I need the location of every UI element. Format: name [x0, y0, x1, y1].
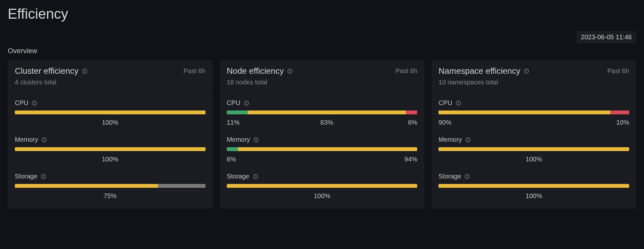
- card-period: Past 6h: [396, 66, 418, 75]
- info-icon[interactable]: [41, 174, 46, 179]
- card-header: Node efficiency 18 nodes total Past 6h: [220, 60, 425, 91]
- progress-bar: [15, 110, 206, 114]
- segment-yellow: [438, 110, 610, 114]
- segment-yellow: [438, 147, 629, 151]
- progress-labels: 100%: [438, 192, 629, 200]
- metric-label-text: Storage: [15, 173, 37, 180]
- metric-label: CPU: [438, 99, 629, 107]
- page-title: Efficiency: [8, 6, 636, 22]
- metric-label: Memory: [438, 136, 629, 143]
- segment-label: 100%: [227, 192, 418, 200]
- svg-point-7: [44, 139, 44, 139]
- segment-green: [227, 147, 238, 151]
- metric-label-text: CPU: [227, 99, 240, 107]
- segment-label: 100%: [15, 119, 206, 126]
- info-icon[interactable]: [32, 100, 37, 106]
- segment-label: 6%: [406, 119, 418, 126]
- progress-labels: 100%: [438, 155, 629, 163]
- svg-point-13: [290, 70, 290, 70]
- segment-gray: [158, 184, 206, 188]
- progress-bar: [438, 184, 629, 188]
- cards-container: Cluster efficiency 4 clusters total Past…: [8, 60, 636, 209]
- info-icon[interactable]: [465, 137, 471, 143]
- progress-labels: 75%: [15, 192, 206, 200]
- segment-yellow: [227, 184, 418, 188]
- card-cluster-efficiency: Cluster efficiency 4 clusters total Past…: [8, 60, 213, 209]
- segment-yellow: [15, 110, 206, 114]
- info-icon[interactable]: [253, 174, 258, 179]
- segment-label: 100%: [438, 156, 629, 163]
- card-period: Past 6h: [184, 66, 206, 75]
- segment-label: 100%: [438, 192, 629, 200]
- info-icon[interactable]: [524, 68, 529, 74]
- svg-point-31: [468, 139, 468, 139]
- segment-label: 94%: [238, 156, 417, 163]
- card-title-text: Cluster efficiency: [15, 66, 79, 76]
- metric-label-text: CPU: [438, 99, 452, 107]
- segment-label: 10%: [610, 119, 629, 126]
- timestamp-row: 2023-06-05 11:46: [8, 31, 636, 43]
- svg-point-10: [43, 175, 44, 176]
- card-period: Past 6h: [607, 66, 629, 75]
- metric-label: Storage: [438, 173, 629, 180]
- metric-memory: Memory 100%: [438, 136, 629, 163]
- card-header: Cluster efficiency 4 clusters total Past…: [8, 60, 213, 91]
- segment-label: 100%: [15, 156, 206, 163]
- timestamp-badge[interactable]: 2023-06-05 11:46: [576, 31, 636, 43]
- progress-labels: 100%: [15, 118, 206, 126]
- svg-point-25: [526, 70, 527, 70]
- metric-label-text: Memory: [438, 136, 462, 143]
- metric-label: Storage: [15, 173, 206, 180]
- progress-bar: [438, 147, 629, 151]
- card-title: Node efficiency: [227, 66, 293, 76]
- card-title-text: Node efficiency: [227, 66, 284, 76]
- segment-label: 75%: [15, 192, 206, 200]
- card-body: CPU 100% Memory 100%: [8, 91, 213, 209]
- svg-point-4: [34, 102, 35, 102]
- svg-point-28: [458, 102, 458, 102]
- card-node-efficiency: Node efficiency 18 nodes total Past 6h C…: [220, 60, 425, 209]
- svg-point-1: [84, 70, 85, 70]
- metric-label-text: Storage: [438, 173, 461, 180]
- progress-bar: [227, 184, 418, 188]
- segment-green: [227, 110, 248, 114]
- info-icon[interactable]: [41, 137, 47, 143]
- svg-point-19: [256, 139, 256, 139]
- card-subtitle: 18 nodes total: [227, 79, 293, 86]
- segment-red: [406, 110, 418, 114]
- metric-memory: Memory 100%: [15, 136, 206, 163]
- info-icon[interactable]: [287, 68, 293, 74]
- info-icon[interactable]: [82, 68, 88, 74]
- metric-label-text: Memory: [15, 136, 38, 143]
- card-header: Namespace efficiency 10 namespaces total…: [431, 60, 636, 91]
- metric-label-text: Memory: [227, 136, 250, 143]
- segment-yellow: [15, 184, 158, 188]
- info-icon[interactable]: [456, 100, 461, 106]
- segment-label: 11%: [227, 119, 248, 126]
- section-title-overview: Overview: [8, 47, 636, 55]
- progress-bar: [227, 110, 418, 114]
- svg-point-16: [246, 102, 246, 102]
- info-icon[interactable]: [244, 100, 249, 106]
- svg-point-34: [467, 175, 467, 176]
- metric-label: Memory: [227, 136, 418, 143]
- metric-cpu: CPU 90%10%: [438, 99, 629, 126]
- progress-labels: 11%83%6%: [227, 118, 418, 126]
- progress-labels: 6%94%: [227, 155, 418, 163]
- info-icon[interactable]: [253, 137, 259, 143]
- card-body: CPU 11%83%6% Memory 6%94%: [220, 91, 425, 209]
- segment-yellow: [438, 184, 629, 188]
- segment-label: 90%: [438, 119, 610, 126]
- metric-label-text: Storage: [227, 173, 249, 180]
- svg-point-22: [255, 175, 255, 176]
- segment-label: 83%: [248, 119, 406, 126]
- segment-yellow: [238, 147, 417, 151]
- segment-yellow: [15, 147, 206, 151]
- card-title-wrap: Node efficiency 18 nodes total: [227, 66, 293, 86]
- progress-bar: [227, 147, 418, 151]
- card-title: Cluster efficiency: [15, 66, 88, 76]
- progress-labels: 90%10%: [438, 118, 629, 126]
- card-namespace-efficiency: Namespace efficiency 10 namespaces total…: [431, 60, 636, 209]
- metric-storage: Storage 100%: [227, 173, 418, 200]
- info-icon[interactable]: [464, 174, 470, 179]
